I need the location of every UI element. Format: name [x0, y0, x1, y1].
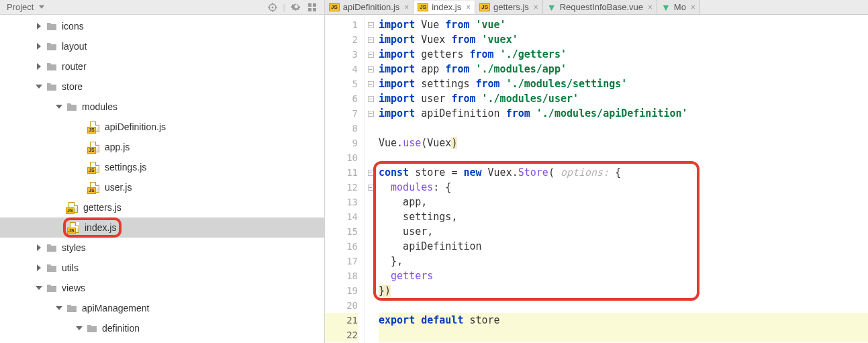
tree-row-views[interactable]: views: [0, 278, 324, 298]
tree-item-label: styles: [62, 242, 86, 253]
code-line[interactable]: }): [379, 283, 868, 298]
fold-minus-icon[interactable]: −: [368, 111, 374, 117]
ide-root: Project | iconslayoutrouterstoremodulesJ…: [0, 0, 868, 343]
tree-row-apidefinition-js[interactable]: JSapiDefinition.js: [0, 117, 324, 137]
caret-down-icon[interactable]: [39, 5, 44, 9]
arrow-down-icon[interactable]: [34, 81, 44, 92]
code-line[interactable]: import apiDefinition from './modules/api…: [379, 106, 868, 121]
tree-item-label: store: [62, 81, 83, 92]
tab-label: RequestInfoBase.vue: [560, 2, 643, 12]
tab-label: Mo: [674, 2, 686, 12]
tab-apidefinition-js[interactable]: JSapiDefinition.js×: [325, 0, 414, 14]
close-icon[interactable]: ×: [648, 3, 653, 12]
arrow-down-icon[interactable]: [34, 283, 44, 293]
js-file-icon: JS: [68, 222, 81, 233]
code-line[interactable]: getters: [379, 268, 868, 283]
fold-minus-icon[interactable]: −: [368, 37, 374, 43]
fold-minus-icon[interactable]: −: [368, 185, 374, 191]
tree-row-icons[interactable]: icons: [0, 16, 324, 36]
code-line[interactable]: [379, 298, 868, 313]
svg-point-1: [271, 6, 273, 8]
gutter: 12345678910111213141516171819202122: [325, 15, 365, 343]
code-line[interactable]: modules: {: [379, 180, 868, 195]
code-content[interactable]: import Vue from 'vue'import Vuex from 'v…: [376, 15, 868, 343]
close-icon[interactable]: ×: [466, 3, 471, 12]
code-line[interactable]: [379, 328, 868, 342]
tree-row-router[interactable]: router: [0, 56, 324, 77]
close-icon[interactable]: ×: [534, 3, 538, 12]
tab-getters-js[interactable]: JSgetters.js×: [475, 0, 543, 14]
tree-row-store[interactable]: store: [0, 77, 324, 97]
tree-row-index-js[interactable]: JSindex.js: [0, 217, 324, 238]
code-line[interactable]: import Vue from 'vue': [379, 17, 868, 32]
tree-item-label: apiManagement: [82, 303, 149, 313]
tree-row-definition[interactable]: definition: [0, 318, 324, 338]
tree-row-styles[interactable]: styles: [0, 238, 324, 258]
tree-row-user-js[interactable]: JSuser.js: [0, 177, 324, 197]
fold-minus-icon[interactable]: −: [368, 22, 374, 28]
tab-index-js[interactable]: JSindex.js×: [414, 1, 475, 15]
code-line[interactable]: [379, 150, 868, 165]
tab-mo[interactable]: ▼Mo×: [657, 0, 700, 14]
target-icon[interactable]: [267, 2, 278, 13]
js-file-icon: JS: [89, 121, 101, 132]
project-tree[interactable]: iconslayoutrouterstoremodulesJSapiDefini…: [0, 15, 324, 343]
fold-minus-icon[interactable]: −: [368, 66, 374, 72]
close-icon[interactable]: ×: [404, 3, 409, 12]
code-line[interactable]: import getters from './getters': [379, 47, 868, 62]
svg-rect-8: [308, 8, 311, 11]
tree-row-apimanagement[interactable]: apiManagement: [0, 298, 324, 318]
separator: |: [283, 2, 285, 12]
tab-label: index.js: [432, 2, 461, 12]
folder-icon: [46, 41, 58, 52]
arrow-right-icon[interactable]: [34, 242, 44, 253]
svg-rect-6: [308, 3, 311, 7]
tree-row-layout[interactable]: layout: [0, 36, 324, 56]
tree-row-app-js[interactable]: JSapp.js: [0, 137, 324, 157]
arrow-right-icon[interactable]: [34, 41, 44, 52]
code-line[interactable]: import Vuex from 'vuex': [379, 32, 868, 47]
arrow-down-icon[interactable]: [54, 303, 64, 313]
tree-item-label: router: [62, 61, 87, 72]
code-line[interactable]: const store = new Vuex.Store( options: {: [379, 165, 868, 180]
code-line[interactable]: user,: [379, 224, 868, 239]
editor-side: JSapiDefinition.js×JSindex.js×JSgetters.…: [325, 0, 868, 343]
code-line[interactable]: apiDefinition: [379, 239, 868, 254]
code-line[interactable]: settings,: [379, 209, 868, 224]
fold-minus-icon[interactable]: −: [368, 170, 374, 176]
tree-row-utils[interactable]: utils: [0, 258, 324, 278]
collapse-icon[interactable]: [307, 2, 318, 13]
tree-row-settings-js[interactable]: JSsettings.js: [0, 157, 324, 177]
arrow-right-icon[interactable]: [34, 21, 44, 32]
arrow-down-icon[interactable]: [54, 101, 64, 112]
arrow-down-icon[interactable]: [74, 323, 85, 334]
fold-minus-icon[interactable]: −: [368, 52, 374, 58]
code-line[interactable]: import settings from './modules/settings…: [379, 77, 868, 91]
vue-file-icon: ▼: [547, 3, 557, 12]
code-line[interactable]: import app from './modules/app': [379, 62, 868, 77]
code-line[interactable]: app,: [379, 195, 868, 209]
folder-icon: [66, 303, 78, 313]
tree-item-label: layout: [62, 41, 87, 52]
code-line[interactable]: [379, 121, 868, 136]
arrow-right-icon[interactable]: [34, 61, 44, 72]
arrow-right-icon[interactable]: [34, 262, 44, 273]
tree-row-getters-js[interactable]: JSgetters.js: [0, 197, 324, 217]
tree-row-modules[interactable]: modules: [0, 97, 324, 117]
code-line[interactable]: export default store: [379, 313, 868, 328]
editor-area[interactable]: 12345678910111213141516171819202122 −−−−…: [325, 15, 868, 343]
tab-requestinfobase-vue[interactable]: ▼RequestInfoBase.vue×: [543, 0, 657, 14]
code-line[interactable]: import user from './modules/user': [379, 91, 868, 106]
fold-minus-icon[interactable]: −: [368, 81, 374, 87]
code-line[interactable]: },: [379, 254, 868, 268]
code-line[interactable]: Vue.use(Vuex): [379, 136, 868, 150]
gear-icon[interactable]: [291, 2, 301, 13]
close-icon[interactable]: ×: [691, 3, 695, 12]
project-sidebar: Project | iconslayoutrouterstoremodulesJ…: [0, 0, 325, 343]
fold-minus-icon[interactable]: −: [368, 96, 374, 102]
js-file-icon: JS: [67, 202, 79, 213]
folder-icon: [46, 283, 58, 293]
sidebar-header: Project |: [0, 0, 324, 15]
tree-item-label: user.js: [105, 182, 132, 193]
tree-item-label: getters.js: [83, 202, 122, 213]
